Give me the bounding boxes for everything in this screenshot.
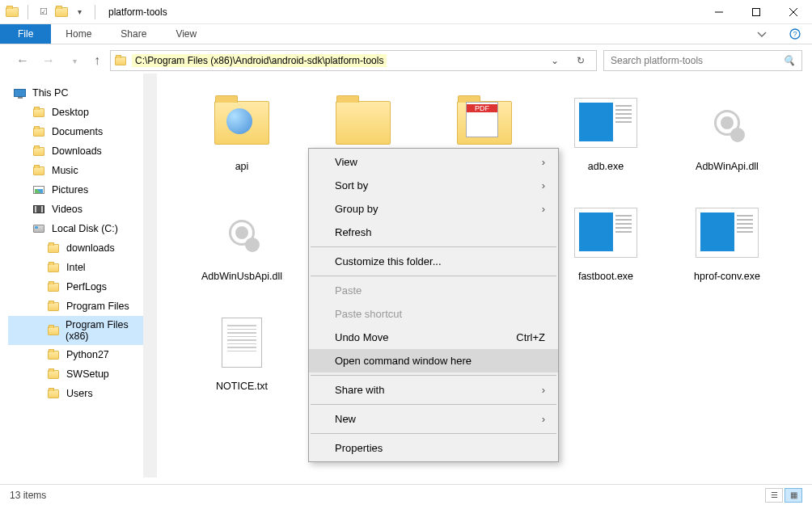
details-view-button[interactable]: ☰: [765, 488, 783, 503]
sidebar-item-label: Pictures: [52, 184, 88, 196]
sidebar-item[interactable]: Desktop: [8, 103, 154, 122]
menu-item-label: Customize this folder...: [335, 255, 442, 267]
context-menu: View›Sort by›Group by›RefreshCustomize t…: [308, 148, 559, 462]
folder-icon: [47, 242, 60, 255]
scrollbar[interactable]: [143, 74, 157, 478]
up-button[interactable]: ↑: [91, 53, 104, 68]
folder-icon: [47, 368, 60, 381]
file-thumbnail: [694, 200, 760, 266]
folder-icon: [32, 164, 45, 177]
file-name: AdbWinUsbApi.dll: [201, 271, 282, 282]
tab-view[interactable]: View: [161, 24, 211, 44]
minimize-button[interactable]: [700, 0, 738, 24]
sidebar-item[interactable]: Documents: [8, 122, 154, 141]
new-folder-icon[interactable]: [54, 5, 69, 19]
svg-rect-1: [753, 8, 760, 15]
search-input[interactable]: Search platform-tools 🔍: [603, 50, 802, 71]
file-item[interactable]: NOTICE.txt: [189, 306, 294, 395]
file-thumbnail: [209, 200, 275, 266]
history-dropdown[interactable]: ▾: [65, 57, 84, 65]
file-thumbnail: [209, 309, 275, 376]
sidebar-item-label: Downloads: [52, 145, 102, 157]
title-bar: ☑ ▾ platform-tools: [0, 0, 812, 24]
chevron-right-icon: ›: [542, 156, 545, 168]
separator: [95, 5, 95, 19]
sidebar-item[interactable]: PerfLogs: [8, 277, 154, 297]
maximize-button[interactable]: [738, 0, 775, 24]
status-text: 13 items: [10, 490, 46, 501]
menu-item-label: Properties: [335, 442, 383, 454]
address-path[interactable]: C:\Program Files (x86)\Android\android-s…: [132, 54, 387, 67]
sidebar-item-label: This PC: [32, 87, 68, 99]
file-thumbnail: [573, 200, 639, 266]
menu-item[interactable]: Open command window here: [309, 349, 558, 372]
address-bar[interactable]: C:\Program Files (x86)\Android\android-s…: [110, 50, 597, 71]
sidebar-item[interactable]: SWSetup: [8, 364, 154, 384]
menu-item[interactable]: View›: [309, 150, 558, 174]
sidebar-item[interactable]: Pictures: [8, 180, 154, 200]
sidebar-item[interactable]: Program Files (x86): [8, 316, 154, 345]
menu-item[interactable]: Undo MoveCtrl+Z: [309, 326, 558, 349]
chevron-right-icon: ›: [542, 384, 545, 396]
tab-share[interactable]: Share: [106, 24, 161, 44]
sidebar-item[interactable]: Program Files: [8, 297, 154, 316]
sidebar-item-label: Local Disk (C:): [52, 223, 118, 234]
file-item[interactable]: AdbWinApi.dll: [675, 86, 780, 175]
refresh-icon[interactable]: ↻: [569, 55, 593, 66]
sidebar-item[interactable]: Users: [8, 384, 154, 403]
file-item[interactable]: hprof-conv.exe: [675, 196, 780, 285]
file-item[interactable]: AdbWinUsbApi.dll: [189, 196, 294, 285]
properties-icon[interactable]: ☑: [36, 5, 51, 19]
icons-view-button[interactable]: ▦: [785, 488, 802, 503]
menu-item[interactable]: Group by›: [309, 197, 558, 221]
file-thumbnail: [694, 90, 760, 156]
video-icon: [32, 203, 45, 216]
menu-item-label: Refresh: [335, 226, 372, 238]
sidebar-item-label: Program Files (x86): [66, 319, 149, 342]
folder-icon: [114, 54, 127, 67]
folder-icon: [47, 280, 60, 293]
qat-dropdown-icon[interactable]: ▾: [72, 5, 87, 19]
ribbon-collapse-icon[interactable]: [746, 24, 778, 44]
chevron-right-icon: ›: [542, 203, 545, 215]
window-controls: [700, 0, 812, 24]
sidebar-item[interactable]: Intel: [8, 258, 154, 277]
menu-item[interactable]: Sort by›: [309, 174, 558, 197]
help-icon[interactable]: ?: [778, 24, 812, 44]
menu-item[interactable]: New›: [309, 407, 558, 431]
sidebar-item[interactable]: Downloads: [8, 141, 154, 161]
folder-icon: [47, 387, 60, 400]
window-title: platform-tools: [105, 6, 167, 18]
file-item[interactable]: adb.exe: [553, 86, 658, 175]
menu-separator: [311, 433, 556, 434]
monitor-icon: [13, 86, 26, 99]
sidebar-item[interactable]: Python27: [8, 345, 154, 364]
tab-home[interactable]: Home: [51, 24, 106, 44]
menu-separator: [311, 375, 556, 376]
file-name: NOTICE.txt: [216, 381, 268, 392]
file-item[interactable]: api: [189, 86, 294, 175]
menu-item-label: View: [335, 156, 357, 168]
file-name: fastboot.exe: [578, 271, 633, 282]
sidebar-item[interactable]: Local Disk (C:): [8, 219, 154, 238]
file-item[interactable]: fastboot.exe: [553, 196, 658, 285]
address-row: ← → ▾ ↑ C:\Program Files (x86)\Android\a…: [0, 44, 812, 74]
close-button[interactable]: [775, 0, 812, 24]
sidebar-item[interactable]: This PC: [8, 83, 154, 103]
sidebar-item[interactable]: downloads: [8, 238, 154, 258]
sidebar-item[interactable]: Videos: [8, 200, 154, 219]
file-thumbnail: [573, 90, 639, 156]
menu-item[interactable]: Properties: [309, 436, 558, 460]
file-tab[interactable]: File: [0, 24, 51, 44]
menu-item-label: Paste shortcut: [335, 308, 402, 320]
forward-button[interactable]: →: [39, 53, 58, 68]
back-button[interactable]: ←: [13, 53, 32, 68]
sidebar-item[interactable]: Music: [8, 161, 154, 180]
menu-item[interactable]: Customize this folder...: [309, 250, 558, 273]
menu-item[interactable]: Refresh: [309, 221, 558, 244]
address-dropdown-icon[interactable]: ⌄: [546, 55, 564, 66]
menu-item-label: Open command window here: [335, 355, 472, 367]
menu-item[interactable]: Share with›: [309, 378, 558, 402]
file-thumbnail: [330, 90, 396, 156]
folder-icon: [47, 324, 59, 337]
